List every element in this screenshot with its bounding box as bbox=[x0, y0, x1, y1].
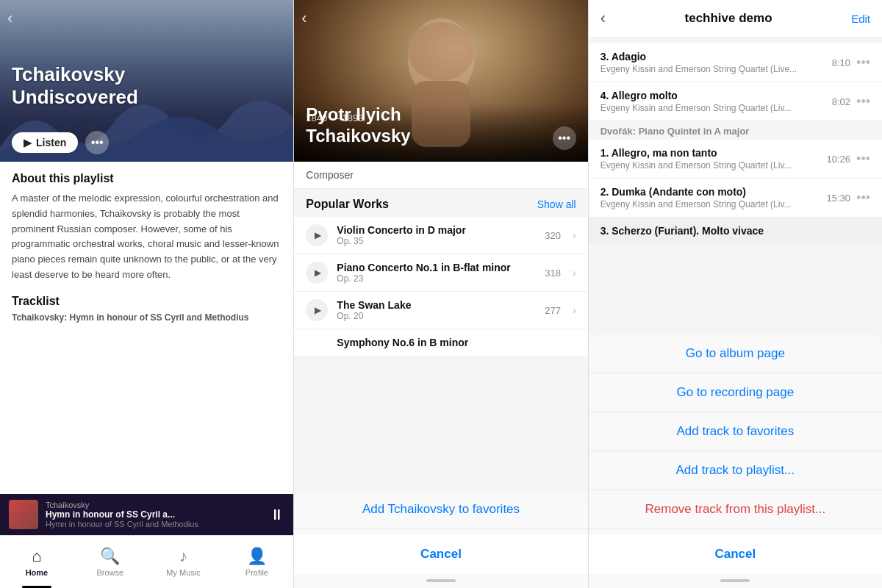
back-button-p3[interactable]: ‹ bbox=[600, 9, 606, 28]
work-info-4: Symphony No.6 in B minor bbox=[337, 337, 576, 348]
playlist-content: About this playlist A master of the melo… bbox=[0, 162, 293, 494]
track-more-button[interactable]: ••• bbox=[856, 190, 870, 206]
table-row: 4. Allegro molto Evgeny Kissin and Emers… bbox=[589, 82, 882, 121]
add-track-favorites-button[interactable]: Add track to favorites bbox=[589, 412, 882, 451]
work-opus-1: Op. 35 bbox=[337, 236, 536, 246]
work-info-2: Piano Concerto No.1 in B-flat minor Op. … bbox=[337, 262, 536, 284]
track-info-s2t2: 2. Dumka (Andante con moto) Evgeny Kissi… bbox=[600, 186, 827, 209]
track-time: 8:10 bbox=[832, 57, 850, 68]
track-more-button[interactable]: ••• bbox=[856, 94, 870, 110]
about-title: About this playlist bbox=[12, 172, 282, 185]
chevron-icon-3: › bbox=[573, 304, 576, 316]
play-button-1[interactable]: ▶ bbox=[306, 224, 328, 246]
work-item-1[interactable]: ▶ Violin Concerto in D major Op. 35 320 … bbox=[294, 217, 587, 254]
track-name: 2. Dumka (Andante con moto) bbox=[600, 186, 827, 198]
go-to-album-button[interactable]: Go to album page bbox=[589, 334, 882, 373]
home-indicator-bar bbox=[426, 579, 456, 582]
now-playing-track: Hymn in honour of SS Cyril a... bbox=[46, 509, 262, 520]
table-row: 3. Scherzo (Furiant). Molto vivace bbox=[589, 218, 882, 245]
profile-icon: 👤 bbox=[247, 547, 267, 566]
back-button-p2[interactable]: ‹ bbox=[301, 9, 306, 28]
composer-hero: ‹ ••• 1840 — 1893 Pyotr Ilyich Tchaikovs… bbox=[294, 0, 587, 162]
table-row: 1. Allegro, ma non tanto Evgeny Kissin a… bbox=[589, 140, 882, 179]
about-text: A master of the melodic expression, colo… bbox=[12, 191, 282, 283]
track-right: 8:02 ••• bbox=[832, 94, 870, 110]
track-info-s2t3: 3. Scherzo (Furiant). Molto vivace bbox=[600, 225, 870, 237]
popular-works-title: Popular Works bbox=[306, 198, 389, 211]
now-playing-bar: Tchaikovsky Hymn in honour of SS Cyril a… bbox=[0, 494, 293, 535]
work-title-1: Violin Concerto in D major bbox=[337, 224, 536, 236]
track-name: 4. Allegro molto bbox=[600, 90, 832, 101]
add-composer-favorites-button[interactable]: Add Tchaikovsky to favorites bbox=[294, 490, 587, 529]
playlist-title: Tchaikovsky bbox=[12, 63, 138, 86]
home-icon: ⌂ bbox=[32, 547, 41, 566]
track-more-button[interactable]: ••• bbox=[856, 55, 870, 71]
track-name: 3. Adagio bbox=[600, 51, 832, 62]
more-icon: ••• bbox=[91, 136, 104, 149]
section-header: Dvořák: Piano Quintet in A major bbox=[589, 121, 882, 140]
panel-composer: ‹ ••• 1840 — 1893 Pyotr Ilyich Tchaikovs… bbox=[293, 0, 587, 588]
nav-profile-label: Profile bbox=[245, 568, 268, 577]
nav-browse-label: Browse bbox=[96, 568, 123, 577]
track-right: 15:30 ••• bbox=[827, 190, 870, 206]
table-row: 3. Adagio Evgeny Kissin and Emerson Stri… bbox=[589, 43, 882, 82]
work-item-4[interactable]: Symphony No.6 in B minor bbox=[294, 329, 587, 356]
nav-my-music[interactable]: ♪ My Music bbox=[147, 536, 220, 588]
work-item-2[interactable]: ▶ Piano Concerto No.1 in B-flat minor Op… bbox=[294, 254, 587, 292]
sheet-cancel-button[interactable]: Cancel bbox=[294, 535, 587, 573]
track-name: 3. Scherzo (Furiant). Molto vivace bbox=[600, 225, 870, 237]
work-opus-2: Op. 23 bbox=[337, 273, 536, 284]
work-count-1: 320 bbox=[545, 230, 561, 241]
chevron-icon-1: › bbox=[573, 229, 576, 241]
sheet-cancel-button-p3[interactable]: Cancel bbox=[589, 535, 882, 573]
track-right: 8:10 ••• bbox=[832, 55, 870, 71]
home-indicator-p3 bbox=[589, 573, 882, 588]
track-name: 1. Allegro, ma non tanto bbox=[600, 147, 827, 159]
now-playing-subtitle: Hymn in honour of SS Cyril and Methodius bbox=[46, 520, 262, 528]
playlist-detail-title: techhive demo bbox=[685, 11, 772, 26]
nav-browse[interactable]: 🔍 Browse bbox=[74, 536, 147, 588]
works-list: ▶ Violin Concerto in D major Op. 35 320 … bbox=[294, 217, 587, 356]
work-info-1: Violin Concerto in D major Op. 35 bbox=[337, 224, 536, 246]
tracklist-title: Tracklist bbox=[12, 295, 282, 308]
work-count-2: 318 bbox=[545, 268, 561, 279]
play-icon-1: ▶ bbox=[315, 230, 321, 240]
pause-button[interactable]: ⏸ bbox=[270, 506, 284, 523]
svg-point-1 bbox=[408, 22, 474, 81]
edit-button[interactable]: Edit bbox=[851, 12, 870, 25]
track-right: 10:26 ••• bbox=[827, 151, 870, 167]
track-info: Tchaikovsky Hymn in honour of SS Cyril a… bbox=[46, 501, 262, 528]
play-icon-2: ▶ bbox=[315, 268, 321, 278]
go-to-recording-button[interactable]: Go to recording page bbox=[589, 373, 882, 412]
back-button[interactable]: ‹ bbox=[7, 9, 12, 28]
browse-icon: 🔍 bbox=[100, 547, 120, 566]
table-row: 2. Dumka (Andante con moto) Evgeny Kissi… bbox=[589, 179, 882, 218]
composer-name: Pyotr Ilyich Tchaikovsky bbox=[306, 104, 410, 147]
track-time: 10:26 bbox=[827, 154, 851, 165]
home-indicator-bar-p3 bbox=[720, 579, 750, 582]
home-indicator-p2 bbox=[294, 573, 587, 588]
add-track-playlist-button[interactable]: Add track to playlist... bbox=[589, 451, 882, 490]
play-button-2[interactable]: ▶ bbox=[306, 262, 328, 284]
track-more-button[interactable]: ••• bbox=[856, 151, 870, 167]
more-button-p2[interactable]: ••• bbox=[553, 126, 576, 150]
play-icon-3: ▶ bbox=[315, 305, 321, 315]
show-all-link[interactable]: Show all bbox=[537, 198, 576, 210]
track-artist: Evgeny Kissin and Emerson String Quartet… bbox=[600, 160, 827, 171]
work-title-3: The Swan Lake bbox=[337, 299, 536, 311]
listen-button[interactable]: ▶ Listen bbox=[12, 132, 78, 153]
svg-rect-2 bbox=[412, 81, 470, 147]
nav-home[interactable]: ⌂ Home bbox=[0, 536, 74, 588]
more-options-button[interactable]: ••• bbox=[85, 131, 109, 154]
track-info-s2t1: 1. Allegro, ma non tanto Evgeny Kissin a… bbox=[600, 147, 827, 171]
track-artist: Evgeny Kissin and Emerson String Quartet… bbox=[600, 64, 832, 74]
now-playing-composer: Tchaikovsky bbox=[46, 501, 262, 509]
panel-playlist: ‹ Tchaikovsky Undiscovered ▶ Listen ••• … bbox=[0, 0, 293, 588]
work-title-4: Symphony No.6 in B minor bbox=[337, 337, 576, 348]
work-item-3[interactable]: ▶ The Swan Lake Op. 20 277 › bbox=[294, 292, 587, 329]
work-opus-3: Op. 20 bbox=[337, 311, 536, 321]
play-button-3[interactable]: ▶ bbox=[306, 299, 328, 321]
remove-track-button[interactable]: Remove track from this playlist... bbox=[589, 490, 882, 529]
track-artist: Evgeny Kissin and Emerson String Quartet… bbox=[600, 103, 832, 113]
nav-profile[interactable]: 👤 Profile bbox=[220, 536, 293, 588]
